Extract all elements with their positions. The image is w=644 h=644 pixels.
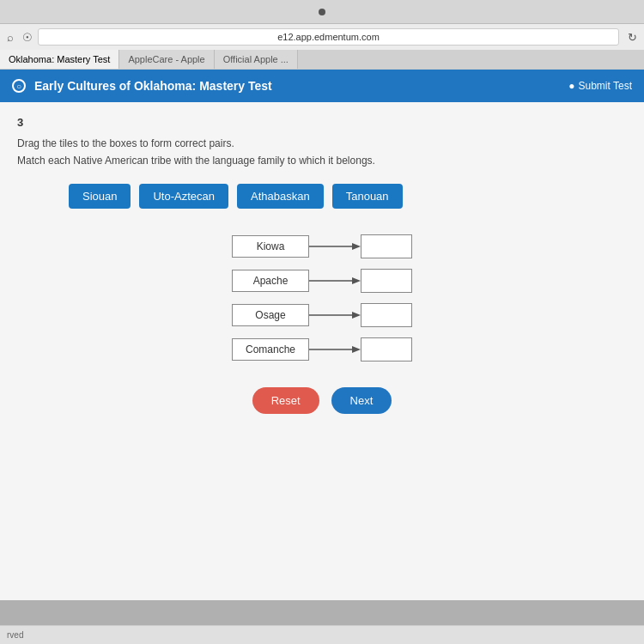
svg-marker-3 [352, 277, 361, 284]
answer-box-kiowa[interactable] [361, 234, 412, 258]
tile-athabaskan[interactable]: Athabaskan [237, 184, 324, 209]
tab-official-apple[interactable]: Official Apple ... [215, 50, 298, 69]
answer-box-apache[interactable] [361, 269, 412, 293]
tile-siouan[interactable]: Siouan [69, 184, 131, 209]
arrow-apache [309, 272, 361, 289]
submit-icon: ● [568, 80, 574, 92]
browser-toolbar: ⌕ ☉ e12.app.edmentum.com ↻ [0, 24, 644, 50]
tribe-comanche: Comanche [232, 338, 309, 361]
page-header-left: ○ Early Cultures of Oklahoma: Mastery Te… [12, 79, 272, 93]
tab-applecare-label: AppleCare - Apple [128, 54, 204, 64]
url-bar[interactable]: e12.app.edmentum.com [38, 28, 619, 46]
question-number: 3 [17, 116, 627, 129]
camera-dot [319, 9, 325, 15]
location-icon[interactable]: ☉ [22, 31, 33, 44]
browser-chrome: ⌕ ☉ e12.app.edmentum.com ↻ Oklahoma: Mas… [0, 24, 644, 70]
main-content: 3 Drag the tiles to the boxes to form co… [0, 102, 644, 600]
instruction-match: Match each Native American tribe with th… [17, 155, 627, 167]
page-header: ○ Early Cultures of Oklahoma: Mastery Te… [0, 70, 644, 102]
tile-tanouan[interactable]: Tanouan [332, 184, 403, 209]
reload-icon[interactable]: ↻ [628, 31, 637, 44]
tribe-kiowa: Kiowa [232, 235, 309, 258]
reset-button[interactable]: Reset [252, 387, 319, 414]
match-row-osage: Osage [232, 303, 412, 327]
header-circle-icon: ○ [12, 79, 26, 93]
submit-test-label: Submit Test [579, 80, 632, 92]
arrow-comanche [309, 341, 361, 358]
match-row-comanche: Comanche [232, 337, 412, 361]
tribe-apache: Apache [232, 270, 309, 292]
url-text: e12.app.edmentum.com [277, 32, 380, 42]
search-icon[interactable]: ⌕ [7, 31, 14, 44]
action-buttons: Reset Next [17, 387, 627, 414]
browser-tabs: Oklahoma: Mastery Test AppleCare - Apple… [0, 50, 644, 69]
footer: rved [0, 625, 644, 644]
page-title: Early Cultures of Oklahoma: Mastery Test [34, 79, 272, 93]
submit-test-button[interactable]: ● Submit Test [568, 80, 632, 92]
matching-area: Kiowa Apache Osage [17, 234, 627, 361]
footer-text: rved [7, 630, 23, 640]
svg-marker-1 [352, 243, 361, 250]
language-tiles-row: Siouan Uto-Aztecan Athabaskan Tanouan [17, 184, 627, 209]
tab-mastery-test[interactable]: Oklahoma: Mastery Test [0, 50, 119, 69]
arrow-kiowa [309, 238, 361, 255]
answer-box-osage[interactable] [361, 303, 412, 327]
svg-marker-7 [352, 346, 361, 353]
mac-top-bar [0, 0, 644, 24]
answer-box-comanche[interactable] [361, 337, 412, 361]
match-row-apache: Apache [232, 269, 412, 293]
browser-nav-icons: ⌕ ☉ [7, 31, 33, 44]
arrow-osage [309, 307, 361, 324]
tab-applecare[interactable]: AppleCare - Apple [119, 50, 214, 69]
tribe-osage: Osage [232, 304, 309, 326]
match-row-kiowa: Kiowa [232, 234, 412, 258]
next-button[interactable]: Next [331, 387, 392, 414]
tab-mastery-test-label: Oklahoma: Mastery Test [9, 54, 110, 64]
svg-marker-5 [352, 312, 361, 319]
instruction-drag: Drag the tiles to the boxes to form corr… [17, 137, 627, 149]
tab-official-apple-label: Official Apple ... [223, 54, 289, 64]
tile-uto-aztecan[interactable]: Uto-Aztecan [139, 184, 228, 209]
